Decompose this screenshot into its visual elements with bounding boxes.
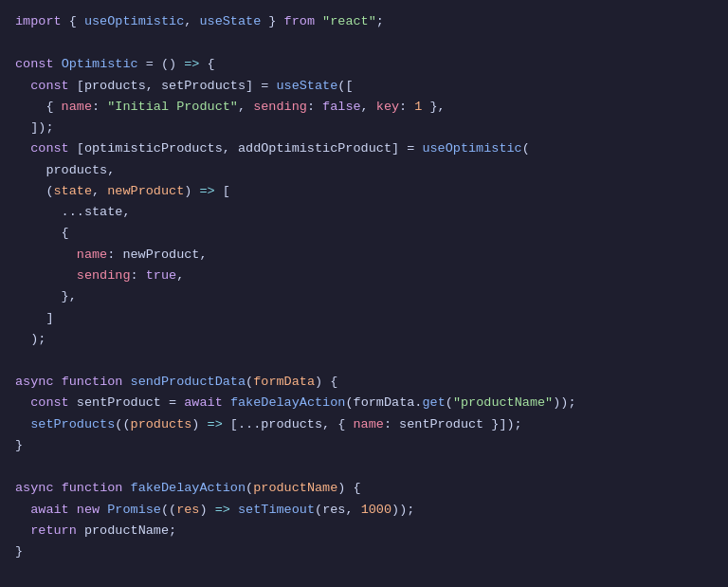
line-10: { bbox=[15, 223, 713, 244]
line-2: const Optimistic = () => { bbox=[15, 54, 713, 75]
line-6: const [optimisticProducts, addOptimistic… bbox=[15, 138, 713, 159]
code-block: import { useOptimistic, useState } from … bbox=[15, 11, 713, 562]
blank-1 bbox=[15, 32, 713, 54]
line-11: name: newProduct, bbox=[15, 245, 713, 266]
line-17: const sentProduct = await fakeDelayActio… bbox=[15, 393, 713, 413]
line-4: { name: "Initial Product", sending: fals… bbox=[15, 97, 713, 118]
line-1: import { useOptimistic, useState } from … bbox=[15, 11, 713, 32]
line-21: await new Promise((res) => setTimeout(re… bbox=[15, 500, 713, 521]
line-15: ); bbox=[15, 329, 713, 350]
line-3: const [products, setProducts] = useState… bbox=[15, 76, 713, 97]
line-14: ] bbox=[15, 308, 713, 329]
blank-2 bbox=[15, 350, 713, 372]
line-5: ]); bbox=[15, 118, 713, 138]
line-18: setProducts((products) => [...products, … bbox=[15, 414, 713, 435]
line-9: ...state, bbox=[15, 202, 713, 223]
line-20: async function fakeDelayAction(productNa… bbox=[15, 478, 713, 499]
line-22: return productName; bbox=[15, 521, 713, 541]
blank-3 bbox=[15, 456, 713, 478]
line-19: } bbox=[15, 435, 713, 456]
line-13: }, bbox=[15, 286, 713, 307]
line-23: } bbox=[15, 541, 713, 562]
line-12: sending: true, bbox=[15, 266, 713, 286]
code-editor: import { useOptimistic, useState } from … bbox=[0, 0, 728, 587]
line-16: async function sendProductData(formData)… bbox=[15, 372, 713, 393]
line-8: (state, newProduct) => [ bbox=[15, 181, 713, 202]
line-7: products, bbox=[15, 160, 713, 181]
